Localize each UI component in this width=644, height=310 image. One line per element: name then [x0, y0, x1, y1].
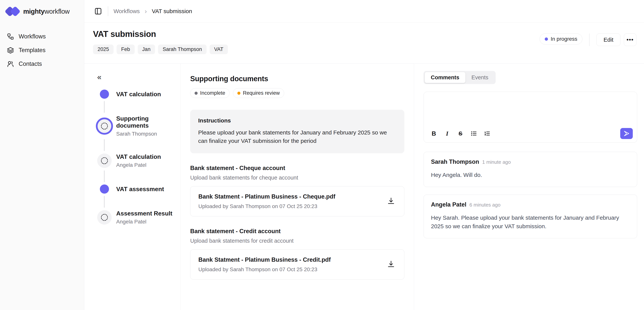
- tab-comments[interactable]: Comments: [425, 72, 466, 83]
- bold-button[interactable]: B: [429, 129, 439, 138]
- send-icon: [623, 130, 630, 137]
- tag: Feb: [116, 44, 135, 54]
- step-detail-title: Supporting documents: [190, 75, 404, 83]
- chevrons-left-icon: «: [97, 73, 101, 81]
- actions-divider: [589, 34, 590, 46]
- step-title: VAT calculation: [116, 91, 161, 98]
- sidebar: mightyworkflow Workflows Templates Conta…: [0, 0, 84, 310]
- ordered-list-button[interactable]: [482, 129, 492, 138]
- sidebar-toggle-button[interactable]: [92, 6, 104, 17]
- step-assignee: Angela Patel: [116, 219, 172, 225]
- page-header: VAT submission 2025 Feb Jan Sarah Thomps…: [84, 22, 644, 64]
- more-options-button[interactable]: •••: [624, 34, 636, 46]
- sidebar-item-templates[interactable]: Templates: [6, 43, 78, 57]
- brand-diamonds-icon: [6, 6, 20, 17]
- step-connector: [104, 139, 105, 151]
- file-name: Bank Statment - Platinum Business - Cred…: [198, 256, 331, 263]
- page-title: VAT submission: [93, 29, 228, 39]
- file-name: Bank Statment - Platinum Business - Cheq…: [198, 193, 335, 200]
- step-connector: [104, 196, 105, 208]
- bold-icon: B: [432, 130, 436, 137]
- app-root: mightyworkflow Workflows Templates Conta…: [0, 0, 644, 310]
- italic-icon: I: [446, 130, 448, 137]
- collapse-panel-button[interactable]: «: [95, 73, 103, 81]
- comment-header: Sarah Thompson 1 minute ago: [431, 158, 630, 165]
- step-title: Assessment Result: [116, 210, 172, 217]
- strikethrough-button[interactable]: S: [455, 129, 466, 138]
- download-button[interactable]: [386, 259, 396, 270]
- status-dot-icon: [545, 38, 548, 41]
- step-done-icon: [100, 90, 109, 99]
- workflow-icon: [7, 33, 14, 40]
- ordered-list-icon: [484, 130, 490, 137]
- step-item-vat-assessment[interactable]: VAT assessment: [95, 184, 180, 194]
- comment-header: Angela Patel 6 minutes ago: [431, 201, 630, 208]
- sidebar-item-label: Workflows: [19, 33, 46, 40]
- download-icon: [387, 197, 395, 205]
- step-done-icon: [100, 184, 109, 194]
- breadcrumb: Workflows › VAT submission: [114, 8, 192, 15]
- sidebar-item-label: Contacts: [19, 60, 42, 67]
- step-item-assessment-result[interactable]: Assessment Result Angela Patel: [95, 210, 180, 225]
- step-detail-panel: Supporting documents Incomplete Requires…: [181, 64, 414, 310]
- users-icon: [7, 60, 14, 68]
- status-badges: Incomplete Requires review: [190, 88, 404, 98]
- tag: Sarah Thompson: [158, 44, 206, 54]
- tag: 2025: [93, 44, 114, 54]
- format-buttons: B I S: [429, 129, 492, 138]
- comment-author: Sarah Thompson: [431, 158, 479, 165]
- badge-label: Requires review: [243, 90, 280, 96]
- requires-review-badge: Requires review: [233, 88, 284, 98]
- ellipsis-icon: •••: [626, 36, 634, 43]
- composer-toolbar: B I S: [424, 125, 637, 142]
- badge-label: Incomplete: [200, 90, 225, 96]
- comment-timestamp: 6 minutes ago: [470, 202, 500, 208]
- step-item-vat-calculation-1[interactable]: VAT calculation: [95, 90, 180, 99]
- file-card: Bank Statment - Platinum Business - Cred…: [190, 249, 404, 280]
- send-comment-button[interactable]: [620, 128, 633, 139]
- instructions-body: Please upload your bank statements for J…: [198, 128, 392, 145]
- download-button[interactable]: [386, 196, 396, 207]
- brand-logo[interactable]: mightyworkflow: [6, 6, 78, 17]
- tab-events[interactable]: Events: [466, 72, 494, 83]
- status-label: In progress: [550, 36, 577, 42]
- comment-timestamp: 1 minute ago: [482, 159, 511, 165]
- file-section-title: Bank statement - Credit account: [190, 228, 404, 235]
- sidebar-item-workflows[interactable]: Workflows: [6, 30, 78, 43]
- step-item-supporting-documents[interactable]: Supporting documents Sarah Thompson: [95, 115, 180, 137]
- brand-name: mightyworkflow: [23, 8, 70, 15]
- layers-icon: [7, 46, 14, 54]
- edit-button[interactable]: Edit: [596, 34, 620, 46]
- step-pending-icon: [97, 210, 112, 224]
- step-connector: [104, 101, 105, 113]
- step-title: VAT assessment: [116, 186, 164, 193]
- file-card: Bank Statment - Platinum Business - Cheq…: [190, 186, 404, 216]
- bullet-list-icon: [470, 130, 477, 137]
- orange-dot-icon: [237, 92, 240, 95]
- comment-card: Angela Patel 6 minutes ago Hey Sarah. Pl…: [424, 194, 637, 238]
- breadcrumb-current: VAT submission: [152, 8, 192, 14]
- file-info: Bank Statment - Platinum Business - Cheq…: [198, 193, 335, 210]
- bullet-list-button[interactable]: [469, 129, 479, 138]
- step-item-vat-calculation-2[interactable]: VAT calculation Angela Patel: [95, 153, 180, 168]
- step-current-icon: [96, 118, 113, 135]
- step-assignee: Angela Patel: [116, 162, 161, 168]
- file-meta: Uploaded by Sarah Thompson on 07 Oct 25 …: [198, 266, 331, 272]
- main-column: Workflows › VAT submission VAT submissio…: [84, 0, 644, 310]
- status-badge: In progress: [540, 34, 582, 44]
- comment-input[interactable]: [429, 96, 632, 125]
- sidebar-item-contacts[interactable]: Contacts: [6, 57, 78, 71]
- file-section-subtitle: Upload bank statements for credit accoun…: [190, 238, 404, 244]
- chevron-right-icon: ›: [145, 8, 147, 15]
- italic-button[interactable]: I: [442, 129, 452, 138]
- topbar-divider: [108, 6, 108, 16]
- page-header-actions: In progress Edit •••: [540, 29, 636, 64]
- file-section-credit: Bank statement - Credit account Upload b…: [190, 228, 404, 280]
- file-section-cheque: Bank statement - Cheque account Upload b…: [190, 165, 404, 216]
- file-section-subtitle: Upload bank statements for cheque accoun…: [190, 174, 404, 181]
- file-section-title: Bank statement - Cheque account: [190, 165, 404, 172]
- step-pending-icon: [97, 154, 112, 168]
- page-header-left: VAT submission 2025 Feb Jan Sarah Thomps…: [93, 29, 228, 64]
- breadcrumb-workflows[interactable]: Workflows: [114, 8, 140, 14]
- brand-name-light: workflow: [44, 8, 70, 15]
